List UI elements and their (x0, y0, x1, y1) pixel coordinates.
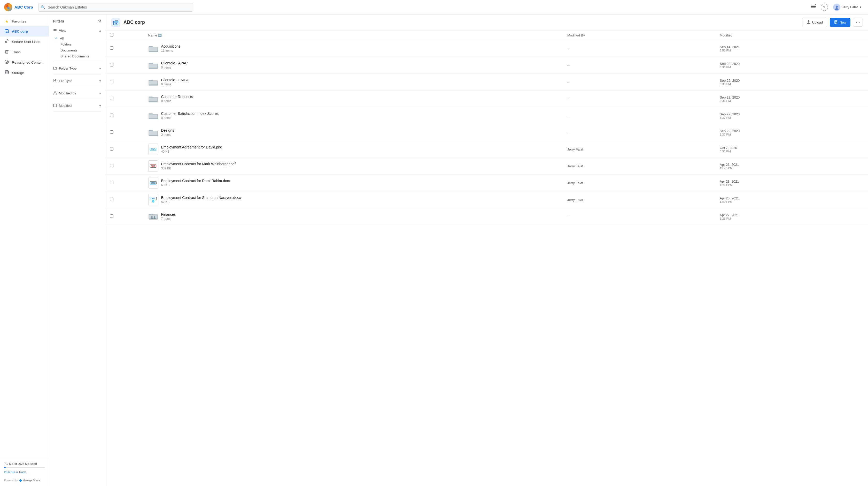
row-checkbox[interactable] (110, 215, 114, 218)
filter-section-file-type-header[interactable]: File Type ▼ (53, 78, 101, 84)
table-row[interactable]: DOC 🌐 Employment Contract for Shantanu N… (106, 192, 868, 208)
manage-share-logo: 🔷 Manage Share (19, 479, 40, 482)
svg-point-17 (5, 60, 8, 64)
upload-icon (807, 20, 811, 25)
filter-option-shared-docs-label: Shared Documents (60, 54, 89, 58)
table-row[interactable]: Customer Requests 0 Items -- Sep 22, 202… (106, 90, 868, 107)
name-column-header[interactable]: Name 🔤 (144, 30, 563, 40)
link-icon (4, 39, 9, 45)
row-checkbox[interactable] (110, 46, 114, 50)
table-row[interactable]: Clientele - EMEA 0 Items -- Sep 22, 2020… (106, 74, 868, 90)
table-row[interactable]: Customer Satisfaction Index Scores 0 Ite… (106, 107, 868, 124)
search-input[interactable] (38, 3, 193, 12)
file-row-content: Customer Satisfaction Index Scores 0 Ite… (148, 110, 559, 121)
file-info: Designs 2 Items (161, 128, 175, 137)
file-name: Employment Agreement for David.png (161, 145, 222, 149)
app-logo-icon (4, 3, 12, 11)
modified-date: Sep 22, 2020 (720, 62, 864, 66)
view-filter-options: ✓ All Folders Documents Shared Documents (53, 34, 101, 59)
file-type-icon (53, 79, 57, 83)
modified-time: 2:51 PM (720, 49, 864, 52)
row-modified-cell: Apr 23, 2021 12:20 PM (716, 158, 868, 175)
row-checkbox[interactable] (110, 114, 114, 117)
file-info: Clientele - APAC 0 Items (161, 61, 188, 69)
help-button[interactable]: ? (821, 4, 828, 11)
new-icon (834, 20, 838, 25)
filter-option-folders-label: Folders (60, 42, 71, 46)
row-name-cell: DOC Employment Contract for Rami Rahim.d… (144, 175, 563, 192)
upload-button[interactable]: Upload (802, 18, 827, 27)
sidebar-item-trash[interactable]: Trash (0, 47, 49, 57)
filter-section-modified-by-header[interactable]: Modified by ▼ (53, 90, 101, 96)
row-checkbox[interactable] (110, 97, 114, 100)
filter-option-shared-docs[interactable]: Shared Documents (54, 53, 101, 59)
table-row[interactable]: PDF Employment Contract for Mark Weinber… (106, 158, 868, 175)
filter-option-all-label: All (60, 36, 64, 40)
sidebar-item-favorites[interactable]: ★ Favorites (0, 17, 49, 26)
filter-option-documents[interactable]: Documents (54, 47, 101, 53)
sidebar-item-secure-sent-links[interactable]: Secure Sent Links (0, 36, 49, 47)
file-icon (148, 127, 158, 138)
file-name: Designs (161, 128, 175, 133)
svg-point-30 (154, 216, 155, 218)
filter-option-folders[interactable]: Folders (54, 41, 101, 47)
row-checkbox[interactable] (110, 181, 114, 184)
user-menu[interactable]: Jerry Falat ▼ (831, 3, 864, 12)
filter-section-view-header[interactable]: View ▲ (53, 27, 101, 34)
row-checkbox[interactable] (110, 198, 114, 201)
filter-icon[interactable]: ⚗ (98, 19, 101, 24)
row-name-cell: Finances 7 Items (144, 208, 563, 225)
svg-rect-3 (811, 5, 815, 5)
svg-point-18 (6, 61, 7, 63)
file-name: Employment Contract for Shantanu Narayen… (161, 196, 241, 200)
row-modified-by-cell: -- (563, 124, 716, 141)
table-row[interactable]: PNG Employment Agreement for David.png 4… (106, 141, 868, 158)
filter-option-documents-label: Documents (60, 48, 78, 52)
filter-section-file-type: File Type ▼ (53, 78, 101, 87)
row-modified-by-cell: -- (563, 57, 716, 74)
svg-point-29 (151, 216, 153, 218)
table-row[interactable]: DOC Employment Contract for Rami Rahim.d… (106, 175, 868, 192)
filter-section-folder-type-header[interactable]: Folder Type ▼ (53, 65, 101, 72)
powered-by: Powered by 🔷 Manage Share (0, 477, 49, 484)
new-button[interactable]: New (830, 18, 850, 27)
row-modified-by-cell: -- (563, 40, 716, 57)
file-row-content: Clientele - EMEA 0 Items (148, 76, 559, 88)
row-checkbox[interactable] (110, 63, 114, 66)
filter-section-modified-header[interactable]: Modified ▼ (53, 103, 101, 109)
row-modified-by-cell: Jerry Falat (563, 192, 716, 208)
row-checkbox[interactable] (110, 147, 114, 150)
row-modified-by-cell: -- (563, 74, 716, 90)
table-row[interactable]: Acquisitions 11 Items -- Sep 14, 2021 2:… (106, 40, 868, 57)
more-options-button[interactable]: ⋯ (853, 18, 863, 27)
row-modified-cell: Sep 22, 2020 3:36 PM (716, 74, 868, 90)
row-modified-cell: Sep 22, 2020 3:37 PM (716, 124, 868, 141)
row-checkbox[interactable] (110, 164, 114, 167)
file-info: Employment Contract for Mark Weinberger.… (161, 162, 236, 170)
modified-date: Sep 22, 2020 (720, 79, 864, 83)
sidebar-item-abc-corp[interactable]: ABC corp (0, 26, 49, 36)
select-all-checkbox[interactable] (110, 33, 114, 36)
sidebar-item-label-reassigned-content: Reassigned Content (12, 60, 43, 64)
file-info: Customer Satisfaction Index Scores 0 Ite… (161, 112, 219, 120)
modified-time: 12:14 PM (720, 183, 864, 187)
trash-size-link[interactable]: 28.6 KB in Trash (4, 470, 26, 474)
sidebar-item-storage[interactable]: Storage (0, 67, 49, 78)
sidebar-item-label-storage: Storage (12, 71, 24, 75)
svg-rect-24 (114, 21, 118, 25)
sidebar-item-reassigned-content[interactable]: Reassigned Content (0, 57, 49, 67)
table-row[interactable]: Designs 2 Items -- Sep 22, 2020 3:37 PM (106, 124, 868, 141)
table-row[interactable]: Finances 7 Items -- Apr 27, 2021 3:23 PM (106, 208, 868, 225)
row-checkbox[interactable] (110, 131, 114, 134)
folder-type-icon (53, 66, 57, 70)
row-checkbox[interactable] (110, 80, 114, 83)
svg-rect-7 (815, 6, 816, 7)
table-row[interactable]: Clientele - APAC 0 Items -- Sep 22, 2020… (106, 57, 868, 74)
modified-time: 3:37 PM (720, 116, 864, 119)
modified-time: 3:36 PM (720, 66, 864, 69)
filter-option-all[interactable]: ✓ All (54, 35, 101, 41)
name-sort-control[interactable]: Name 🔤 (148, 33, 559, 37)
modified-date: Apr 27, 2021 (720, 213, 864, 217)
search-icon: 🔍 (41, 5, 45, 9)
list-view-toggle[interactable] (809, 2, 817, 12)
